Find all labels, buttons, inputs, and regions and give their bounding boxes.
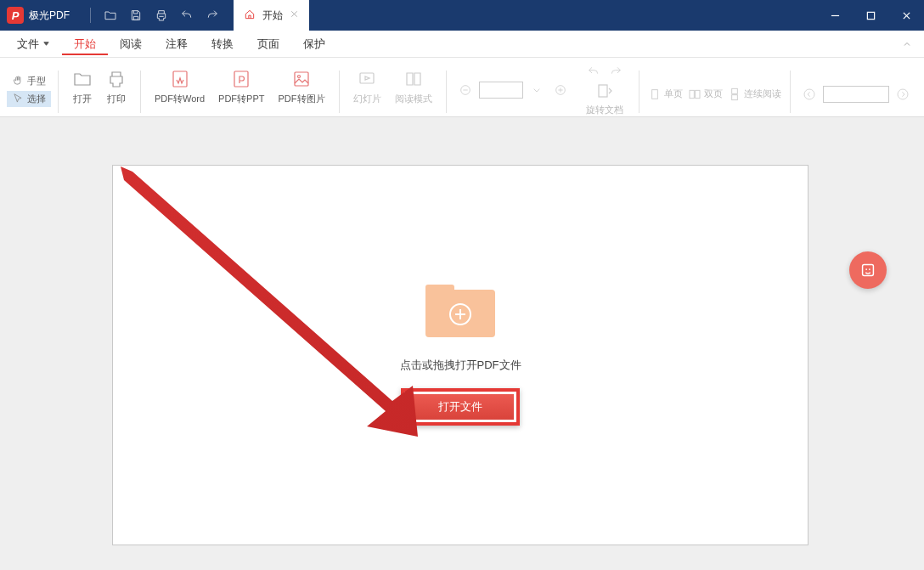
print-button[interactable]: 打印 [99,61,133,114]
svg-rect-10 [690,90,694,98]
svg-rect-11 [695,90,699,98]
save-icon[interactable] [123,3,149,28]
pdf-to-image-button[interactable]: PDF转图片 [272,61,332,114]
collapse-ribbon-button[interactable] [895,32,919,56]
document-tab[interactable]: 开始 [234,0,309,31]
separator [90,8,91,23]
svg-point-18 [865,268,867,270]
app-logo: P [7,7,24,24]
print-icon[interactable] [149,3,174,28]
slideshow-button[interactable]: 幻灯片 [346,61,388,114]
svg-rect-3 [295,72,308,86]
tool-mode-group: 手型 选择 [7,68,51,107]
zoom-in-icon[interactable] [550,80,571,100]
zoom-out-icon[interactable] [455,80,476,100]
menu-bar: 文件 开始 阅读 注释 转换 页面 保护 [0,31,924,58]
page-nav-group [797,58,915,116]
close-window-button[interactable] [888,0,924,31]
facing-pages-button[interactable]: 双页 [688,87,723,101]
menu-file[interactable]: 文件 [5,33,62,55]
select-tool[interactable]: 选择 [7,91,51,107]
svg-rect-8 [599,85,607,97]
drop-panel[interactable]: 点击或拖拽打开PDF文件 打开文件 [112,165,808,545]
svg-point-4 [298,76,301,78]
open-button[interactable]: 打开 [65,61,99,114]
rotate-left-icon[interactable] [583,61,604,82]
zoom-group [454,58,572,116]
window-controls [817,0,924,31]
single-page-button[interactable]: 单页 [648,87,683,101]
read-mode-button[interactable]: 阅读模式 [388,61,439,114]
next-page-icon[interactable] [893,84,913,104]
rotate-right-icon[interactable] [606,61,626,82]
tab-close-icon[interactable] [290,9,299,21]
help-fab[interactable] [849,251,887,289]
undo-icon[interactable] [174,3,200,28]
menu-file-label: 文件 [17,37,39,52]
menu-start[interactable]: 开始 [62,33,108,55]
svg-point-19 [869,268,870,270]
svg-rect-5 [360,73,374,83]
title-bar: P 极光PDF 开始 [0,0,924,31]
menu-read[interactable]: 阅读 [108,33,154,55]
menu-convert[interactable]: 转换 [200,33,245,55]
pdf-to-ppt-button[interactable]: PDF转PPT [211,61,271,114]
home-icon [244,8,256,23]
open-folder-icon[interactable] [98,3,123,28]
menu-page[interactable]: 页面 [245,33,291,55]
page-number-input[interactable] [823,86,889,103]
redo-icon[interactable] [200,3,225,28]
ribbon: 手型 选择 打开 打印 PDF转Word PDF转PPT PDF转图片 幻灯片 … [0,58,924,117]
svg-point-15 [898,89,908,99]
pdf-to-word-button[interactable]: PDF转Word [148,61,211,114]
app-title: 极光PDF [29,8,70,23]
svg-point-14 [804,89,814,99]
zoom-input[interactable] [479,82,523,99]
page-layout-group: 单页 双页 连续阅读 [646,58,783,116]
open-file-button[interactable]: 打开文件 [407,394,514,420]
svg-rect-9 [651,89,657,99]
maximize-button[interactable] [853,0,888,31]
svg-rect-2 [234,71,248,87]
zoom-dropdown-icon[interactable] [527,80,547,100]
menu-protect[interactable]: 保护 [291,33,337,55]
minimize-button[interactable] [817,0,853,31]
drop-hint-text: 点击或拖拽打开PDF文件 [400,358,521,373]
prev-page-icon[interactable] [799,84,820,104]
svg-rect-0 [867,12,874,19]
open-file-highlight: 打开文件 [401,388,520,426]
continuous-button[interactable]: 连续阅读 [728,87,781,101]
folder-plus-icon [425,285,495,339]
svg-rect-13 [731,94,737,99]
rotate-group: 旋转文档 [578,58,632,116]
menu-annotate[interactable]: 注释 [154,33,200,55]
svg-rect-12 [731,88,737,93]
document-tab-label: 开始 [262,8,283,23]
workspace: 点击或拖拽打开PDF文件 打开文件 [0,117,924,570]
hand-tool[interactable]: 手型 [7,73,51,89]
